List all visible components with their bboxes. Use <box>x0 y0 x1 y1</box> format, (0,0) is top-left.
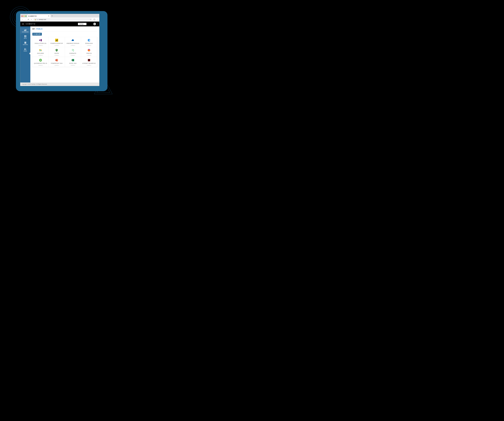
novpn-icon <box>49 48 64 52</box>
browser-window: CAMEYO × + ← → ⟳ ⌂ 🔒 ▷ cameyo.com ☆ ⋮ CA… <box>20 14 99 86</box>
explorer-icon <box>33 48 48 52</box>
tenant-select[interactable]: Cameyo <box>78 23 86 25</box>
app-card[interactable]: VISUAL STUDIO 201| 19/05/20 | <box>32 37 49 47</box>
dashboard-icon <box>24 29 27 31</box>
breadcrumb: MY | PUBLIC <box>32 28 97 31</box>
forward-icon[interactable]: → <box>24 19 26 20</box>
bookmark-icon[interactable]: ☆ <box>90 19 91 20</box>
app-date: | 14/04/20 | <box>82 55 96 56</box>
app-date: | 14/04/20 | <box>66 55 80 56</box>
excel-icon: X <box>66 59 80 62</box>
sidebar-item-apps[interactable]: APPS <box>20 34 30 40</box>
app-card[interactable]: XEXCEL 2016| 28/08/18 | <box>65 57 81 67</box>
svg-rect-12 <box>25 36 26 37</box>
main-content: MY | PUBLIC ✚ ADD APP VISUAL STUDIO 201|… <box>30 26 99 83</box>
plus-icon: ✚ <box>34 33 35 35</box>
tenant-label: Cameyo <box>79 23 84 25</box>
svg-rect-7 <box>26 29 26 31</box>
crumb-my[interactable]: MY <box>32 28 35 30</box>
app-card[interactable]: ACROBAT READER DC| 28/08/18 | <box>81 57 97 67</box>
svg-rect-9 <box>24 35 25 36</box>
app-card[interactable]: ONEDRIVE FOR BUSI| 19/05/20 | <box>65 37 81 47</box>
sidebar: DASHBOARD APPS SERVERS ADMIN ‹ <box>20 26 30 83</box>
svg-rect-22 <box>56 40 56 41</box>
user-menu-caret-icon[interactable]: ▾ <box>97 24 98 24</box>
app-card[interactable]: FIREFOX| 14/04/20 | <box>81 47 97 57</box>
reload-icon[interactable]: ⟳ <box>27 18 29 20</box>
svg-rect-29 <box>40 50 42 51</box>
minimize-window-icon[interactable] <box>23 16 24 17</box>
menu-button[interactable] <box>22 23 24 25</box>
app-date: | 15/05/20 | <box>33 55 48 56</box>
crumb-public[interactable]: PUBLIC <box>36 28 43 30</box>
app-card[interactable]: NOVPN| 21/04/20 | <box>48 47 65 57</box>
app-date: | 19/05/20 | <box>33 45 48 46</box>
add-app-button[interactable]: ✚ ADD APP <box>32 33 42 36</box>
address-bar: ← → ⟳ ⌂ 🔒 ▷ cameyo.com ☆ ⋮ <box>20 18 99 22</box>
crumb-sep: | <box>35 28 36 30</box>
svg-rect-6 <box>25 30 26 31</box>
app-date: | 28/08/18 | <box>82 65 96 66</box>
app-name: EXPLORER <box>33 53 48 54</box>
svg-point-19 <box>24 48 25 49</box>
svg-text:P: P <box>56 60 56 61</box>
app-card[interactable]: EDRAW MAX| 19/05/20 | <box>81 37 97 47</box>
sidebar-item-dashboard[interactable]: DASHBOARD <box>20 28 30 34</box>
tab-title: CAMEYO <box>28 15 37 17</box>
sidebar-item-admin[interactable]: ADMIN <box>20 47 30 53</box>
app-card[interactable]: QUICKBOOKS PRO 20| 28/08/18 | <box>32 57 49 67</box>
admin-icon <box>24 48 27 50</box>
url-field[interactable]: 🔒 ▷ cameyo.com ☆ <box>33 18 92 21</box>
profile-icon[interactable] <box>93 18 96 21</box>
new-tab-button[interactable]: + <box>50 15 54 18</box>
sidebar-item-label: APPS <box>24 38 27 39</box>
svg-rect-5 <box>25 30 25 31</box>
sidebar-item-servers[interactable]: SERVERS <box>20 41 30 46</box>
close-window-icon[interactable] <box>21 16 23 17</box>
app-name: POWERPOINT 2016 <box>49 63 64 64</box>
app-name: NOVPN <box>49 53 64 54</box>
app-date: | 28/08/18 | <box>33 65 48 66</box>
browser-menu-icon[interactable]: ⋮ <box>96 18 98 21</box>
svg-rect-8 <box>24 31 26 31</box>
app-name: EXCEL 2016 <box>66 63 80 64</box>
maximize-window-icon[interactable] <box>25 16 26 17</box>
app-card[interactable]: POWER BI DESKTOP| 19/05/20 | <box>48 37 65 47</box>
app-date: | 19/05/20 | <box>66 45 80 46</box>
sidebar-collapse-icon[interactable]: ‹ <box>30 53 31 54</box>
servers-icon <box>24 42 27 44</box>
app-topbar: CAMEYO Cameyo ▾ <box>20 22 99 26</box>
user-avatar-icon[interactable] <box>93 23 96 25</box>
lock-icon: 🔒 <box>35 19 36 20</box>
close-tab-icon[interactable]: × <box>48 15 49 17</box>
app-date: | 28/08/18 | <box>66 65 80 66</box>
brand-logo: CAMEYO <box>26 23 36 25</box>
onedrive-icon <box>66 38 80 42</box>
app-name: POWER BI DESKTOP <box>49 43 64 44</box>
app-name: VISUAL STUDIO 201 <box>33 43 48 44</box>
apps-icon <box>24 35 27 37</box>
visualstudio-icon <box>33 38 48 42</box>
app-card[interactable]: EVERNOTE| 14/04/20 | <box>65 47 81 57</box>
home-icon[interactable]: ⌂ <box>30 19 32 20</box>
svg-rect-28 <box>39 49 40 50</box>
edraw-icon <box>82 38 96 42</box>
back-icon[interactable]: ← <box>21 19 23 20</box>
app-name: EDRAW MAX <box>82 43 96 44</box>
app-grid: VISUAL STUDIO 201| 19/05/20 |POWER BI DE… <box>32 37 97 67</box>
svg-rect-23 <box>56 40 57 41</box>
browser-tab[interactable]: CAMEYO × <box>27 14 50 18</box>
sidebar-item-label: DASHBOARD <box>22 31 29 33</box>
app-name: QUICKBOOKS PRO 20 <box>33 63 48 64</box>
app-name: ACROBAT READER DC <box>82 63 96 64</box>
svg-rect-26 <box>89 40 90 40</box>
svg-text:X: X <box>72 60 73 61</box>
footer: Copyright ©2020 Cameyo. All Rights Reser… <box>20 83 99 86</box>
app-name: EVERNOTE <box>66 53 80 54</box>
footer-text: Copyright ©2020 Cameyo. All Rights Reser… <box>22 83 47 85</box>
svg-point-16 <box>25 42 25 42</box>
app-card[interactable]: EXPLORER| 15/05/20 | <box>32 47 49 57</box>
svg-rect-15 <box>24 43 26 44</box>
app-card[interactable]: PPOWERPOINT 2016| 28/08/18 | <box>48 57 65 67</box>
add-app-label: ADD APP <box>35 33 41 35</box>
